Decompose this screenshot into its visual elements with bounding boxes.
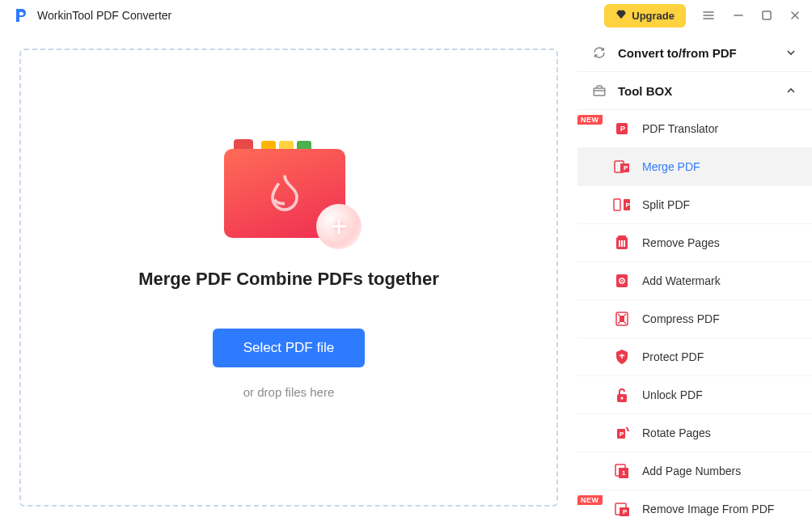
chevron-up-icon: [785, 84, 797, 97]
tool-item-unlock-pdf[interactable]: Unlock PDF: [577, 376, 812, 414]
svg-text:P: P: [626, 201, 631, 209]
select-file-button[interactable]: Select PDF file: [213, 329, 365, 367]
section-toolbox[interactable]: Tool BOX: [577, 72, 812, 110]
minimize-button[interactable]: [733, 10, 744, 21]
tool-item-protect-pdf[interactable]: Protect PDF: [577, 338, 812, 376]
page-heading: Merge PDF Combine PDFs together: [138, 269, 439, 290]
new-badge: NEW: [577, 115, 603, 125]
compress-icon: [613, 310, 631, 328]
svg-rect-7: [614, 199, 620, 210]
tool-label: Remove Pages: [642, 236, 720, 249]
tool-label: Merge PDF: [642, 160, 700, 173]
split-icon: P: [613, 196, 631, 214]
svg-rect-1: [594, 88, 605, 95]
svg-text:1: 1: [622, 469, 626, 477]
tool-label: Rotate Pages: [642, 426, 711, 439]
tool-item-compress-pdf[interactable]: Compress PDF: [577, 300, 812, 338]
menu-button[interactable]: [702, 9, 715, 22]
tool-item-remove-image[interactable]: NEW P Remove Image From PDF: [577, 490, 812, 526]
new-badge: NEW: [577, 495, 603, 505]
tool-label: Compress PDF: [642, 312, 720, 325]
svg-rect-0: [763, 11, 771, 19]
main-panel: + Merge PDF Combine PDFs together Select…: [0, 31, 577, 526]
drop-hint: or drop files here: [243, 385, 335, 399]
tool-item-merge-pdf[interactable]: P Merge PDF: [577, 148, 812, 186]
svg-rect-12: [621, 240, 623, 247]
tool-item-rotate-pages[interactable]: P Rotate Pages: [577, 414, 812, 452]
toolbox-list: NEW P PDF Translator P Merge PDF P Split…: [577, 110, 812, 526]
close-button[interactable]: [789, 10, 801, 21]
merge-icon: P: [613, 158, 631, 176]
unlock-icon: [613, 386, 631, 404]
tool-label: Remove Image From PDF: [642, 503, 774, 515]
rotate-icon: P: [613, 424, 631, 442]
page-numbers-icon: 1: [613, 462, 631, 480]
chevron-down-icon: [785, 46, 797, 59]
svg-text:P: P: [623, 508, 628, 515]
svg-text:P: P: [624, 164, 628, 172]
section-title: Tool BOX: [618, 84, 785, 98]
folder-illustration: +: [224, 139, 353, 244]
tool-item-split-pdf[interactable]: P Split PDF: [577, 186, 812, 224]
svg-rect-19: [620, 316, 624, 322]
sidebar[interactable]: Convert to/from PDF Tool BOX NEW P PDF T…: [577, 31, 812, 526]
app-title: WorkinTool PDF Converter: [37, 9, 171, 22]
tool-label: PDF Translator: [642, 122, 718, 135]
svg-text:P: P: [620, 125, 625, 133]
svg-text:P: P: [620, 431, 624, 438]
refresh-icon: [592, 45, 610, 60]
svg-point-17: [621, 280, 623, 282]
upgrade-button[interactable]: Upgrade: [604, 4, 686, 28]
maximize-button[interactable]: [762, 11, 772, 20]
tool-label: Add Watermark: [642, 274, 721, 287]
remove-image-icon: P: [613, 500, 631, 518]
tool-item-remove-pages[interactable]: Remove Pages: [577, 224, 812, 262]
svg-rect-11: [619, 240, 620, 247]
window-controls: [702, 9, 801, 22]
svg-point-21: [621, 397, 624, 400]
tool-label: Split PDF: [642, 198, 690, 211]
app-logo-icon: [11, 6, 31, 25]
svg-rect-14: [618, 235, 626, 238]
tool-label: Unlock PDF: [642, 388, 703, 401]
watermark-icon: [613, 272, 631, 290]
section-title: Convert to/from PDF: [618, 46, 785, 60]
drop-zone[interactable]: + Merge PDF Combine PDFs together Select…: [19, 49, 558, 507]
upgrade-label: Upgrade: [632, 10, 675, 22]
tool-item-add-watermark[interactable]: Add Watermark: [577, 262, 812, 300]
tool-item-add-page-numbers[interactable]: 1 Add Page Numbers: [577, 452, 812, 490]
protect-icon: [613, 348, 631, 366]
remove-pages-icon: [613, 234, 631, 252]
translator-icon: P: [613, 120, 631, 138]
titlebar: WorkinTool PDF Converter Upgrade: [0, 0, 812, 31]
toolbox-icon: [592, 83, 610, 98]
tool-label: Add Page Numbers: [642, 464, 741, 477]
svg-rect-13: [624, 240, 625, 247]
diamond-icon: [615, 9, 627, 23]
plus-icon: +: [316, 204, 362, 249]
tool-item-pdf-translator[interactable]: NEW P PDF Translator: [577, 110, 812, 148]
section-convert[interactable]: Convert to/from PDF: [577, 34, 812, 72]
tool-label: Protect PDF: [642, 350, 704, 363]
